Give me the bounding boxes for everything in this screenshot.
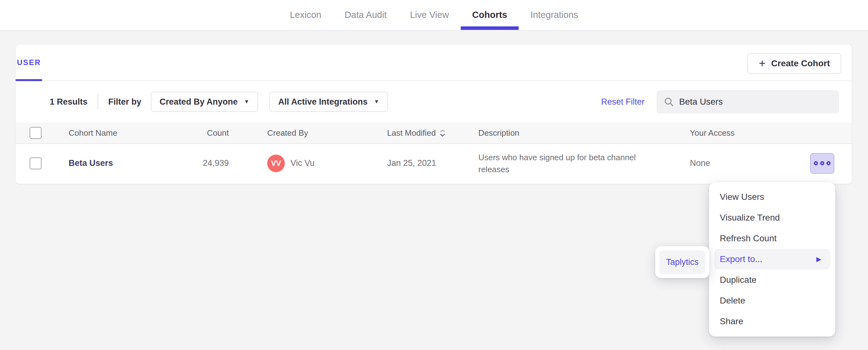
header-created-by: Created By <box>267 123 308 143</box>
create-cohort-label: Create Cohort <box>771 59 830 69</box>
menu-item-visualize-trend[interactable]: Visualize Trend <box>714 207 830 228</box>
more-options-button[interactable] <box>810 153 834 174</box>
menu-item-refresh-count[interactable]: Refresh Count <box>714 228 830 249</box>
divider <box>98 95 98 109</box>
cohorts-panel: USER + Create Cohort 1 Results Filter by… <box>16 45 851 184</box>
chevron-down-icon: ▼ <box>244 99 249 105</box>
avatar: VV <box>267 154 285 172</box>
plus-icon: + <box>759 58 766 69</box>
search-box[interactable] <box>656 90 839 113</box>
tab-user[interactable]: USER <box>16 45 42 80</box>
row-checkbox[interactable] <box>30 158 41 169</box>
filter-bar: 1 Results Filter by Created By Anyone ▼ … <box>16 81 851 123</box>
select-all-checkbox[interactable] <box>30 127 41 139</box>
submenu-item-taplytics[interactable]: Taplytics <box>659 250 705 274</box>
created-by-name: Vic Vu <box>290 159 315 168</box>
nav-tab-live-view[interactable]: Live View <box>410 0 449 30</box>
nav-tab-cohorts[interactable]: Cohorts <box>472 0 507 30</box>
created-by-dropdown[interactable]: Created By Anyone ▼ <box>151 92 258 112</box>
header-cohort-name: Cohort Name <box>69 123 117 143</box>
export-to-label: Export to... <box>720 254 762 264</box>
table-header: Cohort Name Count Created By Last Modifi… <box>16 123 851 144</box>
results-count: 1 Results <box>50 97 88 107</box>
created-by-dropdown-value: Created By Anyone <box>160 97 238 107</box>
submenu-arrow-icon: ▶ <box>816 255 825 263</box>
more-options-icon <box>814 161 831 165</box>
header-description: Description <box>478 123 648 143</box>
menu-item-share[interactable]: Share <box>714 311 830 332</box>
menu-item-duplicate[interactable]: Duplicate <box>714 270 830 290</box>
chevron-down-icon: ▼ <box>374 99 379 105</box>
search-icon <box>663 97 674 107</box>
header-last-modified-label: Last Modified <box>387 128 436 138</box>
reset-filter-link[interactable]: Reset Filter <box>601 97 645 107</box>
search-input[interactable] <box>679 97 832 107</box>
nav-tab-lexicon[interactable]: Lexicon <box>290 0 321 30</box>
export-submenu: Taplytics <box>655 246 709 278</box>
your-access-value: None <box>690 144 710 182</box>
table-row: Beta Users 24,939 VV Vic Vu Jan 25, 2021… <box>16 144 851 182</box>
cohort-count: 24,939 <box>151 144 229 182</box>
create-cohort-button[interactable]: + Create Cohort <box>747 53 841 74</box>
sort-icon[interactable] <box>440 130 445 137</box>
integrations-dropdown[interactable]: All Active Integrations ▼ <box>270 92 388 112</box>
panel-tab-bar: USER + Create Cohort <box>16 45 851 81</box>
nav-tab-data-audit[interactable]: Data Audit <box>345 0 387 30</box>
menu-item-view-users[interactable]: View Users <box>714 187 830 207</box>
integrations-dropdown-value: All Active Integrations <box>278 97 368 107</box>
filter-by-label: Filter by <box>108 97 141 107</box>
header-last-modified[interactable]: Last Modified <box>387 123 445 143</box>
cohort-description: Users who have signed up for beta channe… <box>478 151 648 175</box>
menu-item-export-to[interactable]: Export to... ▶ <box>714 249 830 270</box>
header-count: Count <box>151 123 229 143</box>
top-navigation: Lexicon Data Audit Live View Cohorts Int… <box>0 0 868 31</box>
header-your-access: Your Access <box>690 123 735 143</box>
row-context-menu: View Users Visualize Trend Refresh Count… <box>709 182 835 337</box>
menu-item-delete[interactable]: Delete <box>714 290 830 311</box>
nav-tab-integrations[interactable]: Integrations <box>531 0 579 30</box>
last-modified-date: Jan 25, 2021 <box>387 144 436 182</box>
cohort-name-link[interactable]: Beta Users <box>69 159 113 168</box>
